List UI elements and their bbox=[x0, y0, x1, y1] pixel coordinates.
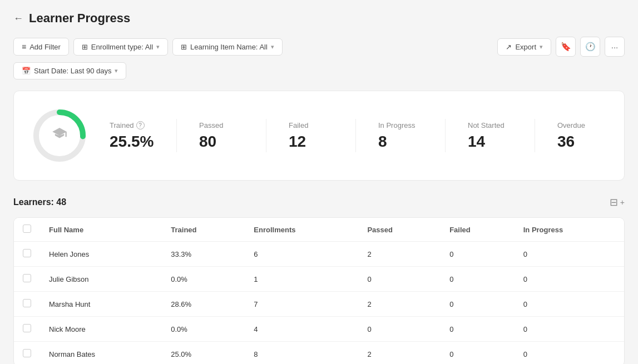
filter-lines-icon: ≡ bbox=[22, 42, 26, 51]
cell-passed: 2 bbox=[358, 292, 441, 317]
failed-label: Failed bbox=[289, 121, 333, 129]
cell-failed: 0 bbox=[441, 292, 515, 317]
ellipsis-icon: ··· bbox=[611, 42, 619, 52]
passed-value: 80 bbox=[199, 133, 244, 151]
row-checkbox[interactable] bbox=[23, 249, 31, 257]
start-date-label: Start Date: Last 90 days bbox=[34, 67, 111, 75]
toolbar-row2: 📅 Start Date: Last 90 days ▾ bbox=[13, 62, 625, 79]
col-failed: Failed bbox=[441, 218, 515, 242]
columns-icon: ⊟ bbox=[610, 196, 618, 208]
cell-name: Marsha Hunt bbox=[40, 292, 162, 317]
cell-trained: 0.0% bbox=[162, 267, 245, 292]
cell-trained: 33.3% bbox=[162, 242, 245, 267]
col-full-name: Full Name bbox=[40, 218, 162, 242]
learning-item-icon: ⊞ bbox=[181, 43, 187, 51]
cell-failed: 0 bbox=[441, 242, 515, 267]
learners-title: Learners: 48 bbox=[13, 197, 66, 207]
learning-item-filter[interactable]: ⊞ Learning Item Name: All ▾ bbox=[172, 38, 283, 56]
cell-passed: 2 bbox=[358, 342, 441, 365]
stats-card: Trained ? 25.5% Passed 80 Failed 12 In P… bbox=[13, 91, 625, 181]
add-filter-button[interactable]: ≡ Add Filter bbox=[13, 38, 69, 56]
chevron-down-icon: ▾ bbox=[156, 43, 160, 51]
cell-enrollments: 7 bbox=[245, 292, 358, 317]
bookmark-button[interactable]: 🔖 bbox=[556, 37, 576, 57]
stat-in-progress: In Progress 8 bbox=[378, 121, 423, 151]
cell-trained: 0.0% bbox=[162, 317, 245, 342]
history-button[interactable]: 🕐 bbox=[580, 37, 600, 57]
stat-divider-2 bbox=[266, 119, 266, 152]
cell-passed: 0 bbox=[358, 267, 441, 292]
row-checkbox[interactable] bbox=[23, 349, 31, 357]
select-all-checkbox[interactable] bbox=[23, 225, 31, 233]
cell-name: Helen Jones bbox=[40, 242, 162, 267]
table-row: Julie Gibson 0.0% 1 0 0 0 bbox=[14, 267, 624, 292]
add-filter-label: Add Filter bbox=[29, 43, 61, 51]
customize-columns-button[interactable]: ⊟ + bbox=[610, 196, 625, 208]
cell-in-progress: 0 bbox=[515, 267, 624, 292]
cell-in-progress: 0 bbox=[515, 317, 624, 342]
info-icon[interactable]: ? bbox=[136, 121, 145, 129]
in-progress-value: 8 bbox=[378, 133, 423, 151]
stat-divider-5 bbox=[535, 119, 535, 152]
cell-in-progress: 0 bbox=[515, 342, 624, 365]
enrollment-icon: ⊞ bbox=[82, 43, 88, 51]
back-button[interactable]: ← bbox=[13, 13, 23, 24]
row-checkbox[interactable] bbox=[23, 274, 31, 282]
stat-not-started: Not Started 14 bbox=[468, 121, 512, 151]
toolbar-right: ↗ Export ▾ 🔖 🕐 ··· bbox=[497, 37, 625, 57]
learners-header: Learners: 48 ⊟ + bbox=[13, 196, 625, 208]
table-header: Full Name Trained Enrollments Passed Fai… bbox=[14, 218, 624, 242]
row-checkbox-cell bbox=[14, 342, 40, 365]
row-checkbox-cell bbox=[14, 317, 40, 342]
cell-enrollments: 4 bbox=[245, 317, 358, 342]
page: ← Learner Progress ≡ Add Filter ⊞ Enroll… bbox=[0, 0, 638, 364]
col-passed: Passed bbox=[358, 218, 441, 242]
not-started-label: Not Started bbox=[468, 121, 512, 129]
cell-failed: 0 bbox=[441, 342, 515, 365]
table-body: Helen Jones 33.3% 6 2 0 0 Julie Gibson 0… bbox=[14, 242, 624, 365]
donut-chart bbox=[32, 108, 87, 163]
more-options-button[interactable]: ··· bbox=[605, 37, 625, 57]
graduation-icon bbox=[52, 126, 67, 146]
row-checkbox-cell bbox=[14, 242, 40, 267]
start-date-chevron-icon: ▾ bbox=[115, 67, 118, 74]
stat-trained: Trained ? 25.5% bbox=[110, 121, 154, 151]
learners-table-container: Full Name Trained Enrollments Passed Fai… bbox=[13, 217, 625, 364]
cell-name: Norman Bates bbox=[40, 342, 162, 365]
row-checkbox[interactable] bbox=[23, 324, 31, 332]
not-started-value: 14 bbox=[468, 133, 512, 151]
table-row: Norman Bates 25.0% 8 2 0 0 bbox=[14, 342, 624, 365]
cell-name: Julie Gibson bbox=[40, 267, 162, 292]
bookmark-icon: 🔖 bbox=[561, 42, 571, 52]
trained-value: 25.5% bbox=[110, 133, 154, 151]
cell-in-progress: 0 bbox=[515, 292, 624, 317]
row-checkbox-cell bbox=[14, 292, 40, 317]
overdue-label: Overdue bbox=[557, 121, 602, 129]
toolbar-row1: ≡ Add Filter ⊞ Enrollment type: All ▾ ⊞ … bbox=[13, 37, 625, 57]
page-title: Learner Progress bbox=[29, 11, 130, 26]
cell-trained: 28.6% bbox=[162, 292, 245, 317]
failed-value: 12 bbox=[289, 133, 333, 151]
learning-item-label: Learning Item Name: All bbox=[190, 43, 268, 51]
stat-divider-4 bbox=[445, 119, 446, 152]
stat-failed: Failed 12 bbox=[289, 121, 333, 151]
stat-passed: Passed 80 bbox=[199, 121, 244, 151]
cell-enrollments: 8 bbox=[245, 342, 358, 365]
header: ← Learner Progress bbox=[13, 11, 625, 26]
stat-divider-3 bbox=[355, 119, 356, 152]
cell-passed: 0 bbox=[358, 317, 441, 342]
cell-name: Nick Moore bbox=[40, 317, 162, 342]
row-checkbox-cell bbox=[14, 267, 40, 292]
cell-in-progress: 0 bbox=[515, 242, 624, 267]
chevron-down-icon2: ▾ bbox=[271, 43, 274, 51]
export-button[interactable]: ↗ Export ▾ bbox=[497, 38, 551, 56]
cell-enrollments: 6 bbox=[245, 242, 358, 267]
stat-overdue: Overdue 36 bbox=[557, 121, 602, 151]
row-checkbox[interactable] bbox=[23, 299, 31, 307]
table-row: Nick Moore 0.0% 4 0 0 0 bbox=[14, 317, 624, 342]
enrollment-type-filter[interactable]: ⊞ Enrollment type: All ▾ bbox=[73, 38, 168, 56]
start-date-filter[interactable]: 📅 Start Date: Last 90 days ▾ bbox=[13, 62, 126, 79]
table-header-row: Full Name Trained Enrollments Passed Fai… bbox=[14, 218, 624, 242]
in-progress-label: In Progress bbox=[378, 121, 423, 129]
overdue-value: 36 bbox=[557, 133, 602, 151]
